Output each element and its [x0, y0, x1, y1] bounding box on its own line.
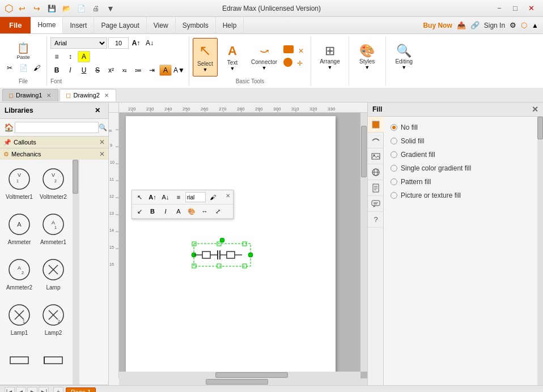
symbol-voltmeter1[interactable]: V 1 Voltmeter1: [3, 163, 35, 206]
tool-help[interactable]: ?: [368, 212, 384, 228]
fill-option-no-fill[interactable]: No fill: [391, 123, 531, 131]
save-btn[interactable]: 💾: [45, 2, 58, 15]
ft-r1[interactable]: ↙: [133, 206, 146, 217]
styles-btn[interactable]: 🎨 Styles ▼: [353, 37, 382, 76]
fill-option-single-gradient[interactable]: Single color gradient fill: [391, 164, 531, 172]
font-size-input[interactable]: [108, 37, 129, 49]
ft-color1[interactable]: A: [172, 206, 185, 217]
radio-no-fill[interactable]: [391, 124, 397, 131]
ft-bold2[interactable]: B: [146, 206, 159, 217]
arrange-btn[interactable]: ⊞ Arrange ▼: [315, 37, 345, 76]
symbol-rect1[interactable]: [3, 344, 35, 381]
tab-insert[interactable]: Insert: [63, 17, 94, 33]
paste-btn[interactable]: 📋 Paste: [14, 41, 32, 61]
symbol-ammeter1[interactable]: A 1 Ammeter1: [37, 208, 69, 252]
search-btn[interactable]: 🔍: [99, 121, 107, 134]
cut-btn[interactable]: ✂: [3, 62, 16, 74]
font-color-btn[interactable]: A▼: [173, 65, 185, 76]
fill-color-btn[interactable]: A: [159, 65, 172, 76]
symbol-lamp1[interactable]: 1 Lamp1: [3, 299, 35, 342]
home-btn[interactable]: 🏠: [2, 122, 15, 133]
ft-close-btn[interactable]: ✕: [224, 191, 232, 199]
minimize-btn[interactable]: −: [492, 2, 507, 15]
symbol-ammeter[interactable]: A Ammeter: [3, 208, 35, 252]
font-family-select[interactable]: ArialTimes New RomanCalibri: [50, 37, 107, 49]
fill-option-solid[interactable]: Solid fill: [391, 137, 531, 145]
callouts-close-btn[interactable]: ✕: [99, 138, 105, 146]
canvas-scrollbar-v[interactable]: [360, 113, 367, 372]
undo-btn[interactable]: ↩: [16, 2, 28, 15]
radio-pattern[interactable]: [391, 178, 397, 185]
list-btn[interactable]: ≔: [132, 65, 145, 76]
search-input[interactable]: [15, 122, 99, 133]
ft-font-decrease-btn[interactable]: A↓: [159, 191, 172, 203]
indent-btn[interactable]: ⇥: [146, 65, 158, 76]
sidebar-scrollbar[interactable]: [73, 160, 79, 385]
close-shape-btn[interactable]: ✕: [295, 45, 307, 57]
ft-r6[interactable]: ↔: [198, 206, 211, 217]
symbol-rect2[interactable]: [37, 344, 69, 381]
radio-single-gradient[interactable]: [391, 165, 397, 172]
main-canvas[interactable]: ↖ A↑ A↓ ≡ 🖌 ✕ ↙ B I A: [119, 113, 367, 378]
connect-icon[interactable]: 🔗: [470, 21, 480, 29]
ft-font-input[interactable]: [185, 192, 206, 202]
callouts-header[interactable]: 📌 Callouts ✕: [0, 137, 108, 148]
tool-line[interactable]: [368, 133, 384, 148]
sidebar-close-btn[interactable]: ✕: [91, 105, 104, 116]
text-tool-btn[interactable]: A Text ▼: [220, 38, 245, 76]
ft-select-btn[interactable]: ↖: [133, 191, 146, 203]
tool-fill[interactable]: [368, 117, 384, 133]
tab-close-drawing2[interactable]: ✕: [103, 92, 110, 99]
tool-image[interactable]: [368, 148, 384, 164]
add-shape-btn[interactable]: ✛: [294, 58, 306, 69]
collapse-btn[interactable]: ▲: [532, 22, 538, 29]
fill-option-gradient[interactable]: Gradient fill: [391, 151, 531, 159]
add-page-btn[interactable]: +: [53, 387, 63, 393]
tab-drawing1[interactable]: ◻ Drawing1 ✕: [2, 89, 58, 101]
fill-option-picture[interactable]: Picture or texture fill: [391, 191, 531, 199]
close-btn[interactable]: ✕: [524, 2, 538, 15]
radio-picture[interactable]: [391, 192, 397, 199]
buy-now-btn[interactable]: Buy Now: [423, 22, 452, 29]
tab-page-layout[interactable]: Page Layout: [94, 17, 146, 33]
copy-btn[interactable]: 📄: [17, 62, 29, 74]
open-btn[interactable]: 📂: [60, 2, 73, 15]
panel-scrollbar[interactable]: [537, 117, 543, 385]
tool-web[interactable]: [368, 164, 384, 180]
page-nav-last-btn[interactable]: ►|: [39, 387, 49, 393]
ft-italic2[interactable]: I: [159, 206, 172, 217]
italic-btn[interactable]: I: [64, 65, 77, 76]
mechanics-close-btn[interactable]: ✕: [99, 150, 105, 158]
tool-speech[interactable]: [368, 196, 384, 212]
page-tab-1[interactable]: Page-1: [66, 387, 96, 393]
panel-close-btn[interactable]: ✕: [532, 105, 538, 114]
share-icon[interactable]: 📤: [457, 21, 466, 29]
redo-btn[interactable]: ↪: [31, 2, 43, 15]
superscript-btn[interactable]: x²: [105, 65, 117, 76]
subscript-btn[interactable]: x₂: [118, 65, 131, 76]
symbol-ammeter2[interactable]: A 2 Ammeter2: [3, 254, 35, 297]
edraw-icon[interactable]: ⬡: [521, 21, 527, 29]
mechanics-header[interactable]: ⚙ Mechanics ✕: [0, 148, 108, 160]
settings-icon[interactable]: ⚙: [510, 21, 516, 29]
page-nav-prev-btn[interactable]: ◄: [16, 387, 26, 393]
tab-symbols[interactable]: Symbols: [176, 17, 216, 33]
radio-solid[interactable]: [391, 138, 397, 144]
tab-close-drawing1[interactable]: ✕: [45, 92, 52, 99]
file-tab[interactable]: File: [0, 17, 31, 33]
ft-paint-btn[interactable]: 🖌: [206, 191, 219, 203]
connector-tool-btn[interactable]: ⤻ Connector ▼: [247, 38, 281, 76]
format-painter-btn[interactable]: 🖌: [31, 62, 43, 74]
font-size-increase-btn[interactable]: A↑: [130, 37, 142, 49]
tab-home[interactable]: Home: [31, 17, 63, 33]
print-btn[interactable]: 🖨: [90, 2, 102, 15]
ft-align-btn[interactable]: ≡: [172, 191, 185, 203]
tool-page[interactable]: [368, 180, 384, 196]
editing-btn[interactable]: 🔍 Editing ▼: [389, 37, 419, 76]
strikethrough-btn[interactable]: S: [91, 65, 104, 76]
circle-btn[interactable]: [283, 58, 292, 67]
bold-btn[interactable]: B: [50, 65, 63, 76]
radio-gradient[interactable]: [391, 151, 397, 158]
symbol-voltmeter2[interactable]: V 2 Voltmeter2: [37, 163, 69, 206]
ft-font-increase-btn[interactable]: A↑: [146, 191, 159, 203]
